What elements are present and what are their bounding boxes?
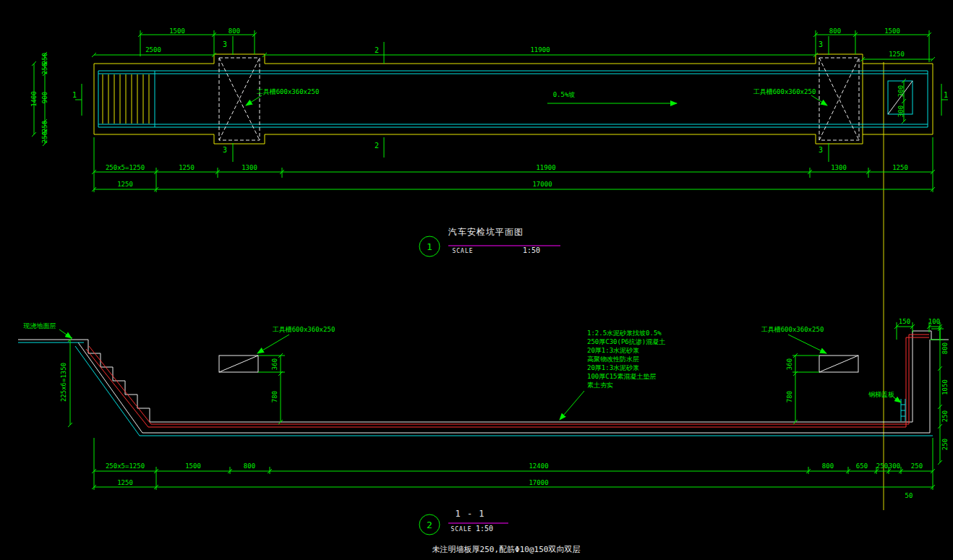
section-marker-label: 1: [72, 92, 77, 99]
tool-pit-dashed: [219, 58, 859, 140]
leader-line: [894, 397, 901, 402]
dim-label: 1050: [942, 379, 949, 395]
dim-label: 300: [898, 85, 905, 97]
cad-canvas[interactable]: 1500 800 800 1500 2500 11900 1250 2 2 3 …: [0, 0, 953, 560]
dim-label: 150: [899, 319, 910, 325]
dim-label: 100: [928, 319, 940, 325]
spec-line: 1:2.5水泥砂浆找坡0.5%: [587, 330, 662, 337]
dim-label: 2500: [145, 47, 161, 53]
stair-hatch: [103, 74, 149, 124]
section-tool-slots: [219, 356, 858, 372]
scale-label: SCALE: [452, 249, 473, 254]
plan-dimensions: [32, 30, 948, 192]
dim-label: 250x5=1250: [106, 463, 145, 470]
leader-line: [788, 335, 826, 353]
spec-line: 20厚1:3水泥砂浆: [587, 348, 639, 354]
callout-number: 2: [427, 520, 432, 530]
spec-line: 高聚物改性防水层: [587, 356, 639, 363]
tool-slot-label: 工具槽600x360x250: [273, 327, 336, 333]
scale-value: 1:50: [523, 247, 540, 254]
dim-label: 800: [822, 463, 834, 470]
scale-label: SCALE: [450, 527, 471, 533]
dim-label: 300: [898, 105, 905, 117]
section-marker-label: 3: [223, 147, 227, 154]
section-outline: [18, 331, 949, 436]
dim-label: 1250: [889, 51, 905, 58]
dim-label: 1400: [31, 91, 38, 107]
tool-slot-label: 工具槽600x360x250: [257, 89, 320, 95]
note-text: 未注明墙板厚250,配筋Φ10@150双向双层: [432, 546, 581, 553]
dim-label: 1300: [242, 165, 257, 171]
dim-label: 1250: [117, 181, 133, 188]
leader-line: [59, 329, 72, 338]
scale-value: 1:50: [476, 525, 493, 533]
spec-line: 20厚1:3水泥砂浆: [587, 365, 639, 371]
dim-label: 360: [272, 358, 278, 370]
dim-label: 12400: [529, 463, 548, 470]
section-marker-label: 3: [819, 147, 823, 154]
dim-label: 800: [244, 463, 255, 470]
dim-label: 50: [905, 493, 913, 499]
drawing-title: 1 - 1: [455, 509, 484, 518]
leader-line: [257, 335, 289, 353]
dim-label: 250: [42, 63, 48, 74]
dim-label: 1250: [892, 165, 908, 171]
dim-label: 11900: [536, 165, 555, 171]
dim-label: 1500: [185, 463, 201, 470]
spec-line: 100厚C15素混凝土垫层: [587, 374, 657, 380]
section-marker-label: 2: [375, 142, 379, 150]
dim-label: 17000: [529, 480, 548, 486]
dim-label: 780: [272, 391, 278, 402]
spec-line: 250厚C30(P6抗渗)混凝土: [587, 339, 665, 345]
dim-label: 17000: [532, 181, 552, 188]
dim-label: 300: [889, 463, 900, 470]
dim-label: 780: [787, 391, 793, 402]
dim-label: 900: [42, 92, 48, 103]
section-marker-label: 2: [375, 47, 379, 54]
ladder-label: 钢梯盖板: [868, 392, 894, 398]
dim-label: 1250: [117, 480, 133, 486]
ground-label: 现浇地面层: [24, 323, 56, 329]
section-marker-label: 1: [944, 92, 948, 99]
dim-label: 225x6=1350: [61, 363, 67, 402]
callout-circles: [419, 236, 440, 535]
dim-label: 250: [42, 121, 48, 132]
dim-label: 250: [876, 463, 888, 470]
dim-label: 11900: [530, 47, 550, 53]
dim-label: 250x5=1250: [106, 165, 145, 171]
dim-label: 250: [42, 132, 48, 143]
dim-label: 360: [787, 358, 793, 370]
dim-label: 1500: [169, 28, 185, 35]
drawing-title: 汽车安检坑平面图: [448, 228, 523, 236]
dim-label: 1250: [179, 165, 195, 171]
dim-label: 800: [942, 343, 949, 354]
section-marker-label: 3: [819, 41, 823, 48]
dim-label: 250: [942, 439, 949, 450]
spec-line: 素土夯实: [587, 382, 613, 389]
cad-drawing: [0, 0, 953, 560]
slope-label: 0.5%坡: [553, 92, 576, 98]
dim-label: 800: [228, 28, 240, 35]
dim-label: 250: [911, 463, 923, 470]
dim-label: 650: [856, 463, 868, 470]
steel-ladder: [901, 399, 905, 421]
dim-label: 800: [829, 28, 841, 35]
callout-number: 1: [427, 242, 432, 251]
leader-line: [560, 391, 584, 420]
dim-label: 1500: [884, 28, 900, 35]
section-marker-label: 3: [223, 41, 227, 48]
tool-slot-label: 工具槽600x360x250: [761, 327, 824, 333]
dim-label: 250: [942, 410, 949, 422]
plan-inner-cyan: [98, 71, 928, 127]
plan-outline-yellow: [94, 54, 933, 144]
tool-slot-label: 工具槽600x360x250: [753, 89, 816, 95]
waterproofing-lines: [86, 335, 929, 427]
dim-label: 1300: [831, 165, 847, 171]
